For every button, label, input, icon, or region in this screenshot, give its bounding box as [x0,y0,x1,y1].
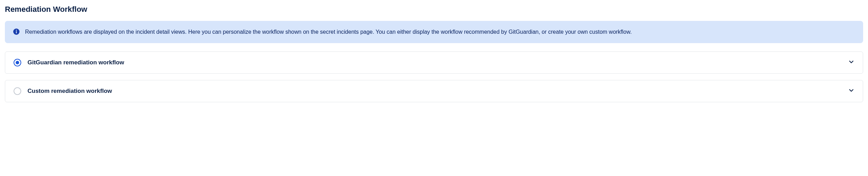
chevron-down-icon[interactable] [848,87,854,95]
option-gitguardian-workflow[interactable]: GitGuardian remediation workflow [5,51,863,74]
info-banner-text: Remediation workflows are displayed on t… [25,28,632,36]
option-left: Custom remediation workflow [14,87,112,95]
radio-unselected-icon[interactable] [14,87,21,95]
option-label: GitGuardian remediation workflow [27,59,124,66]
info-icon [13,29,19,35]
svg-rect-2 [16,31,17,34]
option-custom-workflow[interactable]: Custom remediation workflow [5,80,863,102]
section-title: Remediation Workflow [5,5,863,14]
radio-selected-icon[interactable] [14,59,21,66]
option-left: GitGuardian remediation workflow [14,59,124,66]
chevron-down-icon[interactable] [848,59,854,66]
svg-point-1 [16,30,17,31]
option-label: Custom remediation workflow [27,88,112,95]
info-banner: Remediation workflows are displayed on t… [5,21,863,43]
